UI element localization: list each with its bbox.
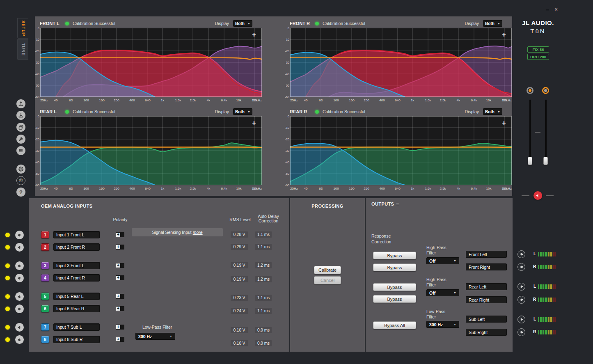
display-select[interactable]: Both▼ (233, 108, 252, 115)
wrench-icon[interactable] (16, 135, 25, 144)
zoom-plus-icon[interactable]: + (252, 31, 256, 38)
polarity-toggle[interactable]: + (116, 337, 124, 342)
calibrate-button[interactable]: Calibrate (314, 266, 341, 274)
graph-title: REAR L (40, 109, 64, 114)
polarity-toggle[interactable]: + (116, 325, 124, 330)
zoom-plus-icon[interactable]: + (502, 119, 506, 126)
bypass-all-button[interactable]: Bypass All (373, 321, 416, 329)
speaker-icon[interactable] (15, 231, 24, 239)
outputs-panel: OUTPUTS ≡ ResponseCorrection Bypass Bypa… (366, 198, 513, 352)
output-name-field[interactable]: Sub Left (466, 316, 507, 323)
calibration-status-dot (65, 22, 69, 25)
polarity-toggle[interactable]: + (116, 294, 124, 299)
polarity-toggle[interactable]: + (116, 245, 124, 250)
calibration-status-dot (315, 22, 319, 25)
polarity-toggle[interactable]: + (116, 263, 124, 268)
output-name-field[interactable]: Front Left (466, 251, 507, 258)
left-slider-handle[interactable] (528, 157, 532, 165)
settings-gear-icon[interactable] (16, 165, 25, 174)
speaker-icon[interactable] (15, 292, 24, 301)
output-name-field[interactable]: Rear Right (466, 296, 507, 303)
speaker-icon[interactable] (15, 323, 24, 332)
output-level-knob[interactable] (542, 87, 549, 94)
zoom-plus-icon[interactable]: + (502, 31, 506, 38)
input-name-field[interactable]: Input 4 Front R (53, 274, 100, 282)
copyright-icon[interactable]: © (16, 176, 25, 185)
divider (522, 195, 529, 196)
bypass-front-right-button[interactable]: Bypass (373, 263, 416, 271)
input-number-badge: 7 (41, 323, 49, 331)
close-button[interactable]: × (554, 6, 558, 13)
output-name-field[interactable]: Rear Left (466, 283, 507, 290)
speaker-icon[interactable] (15, 243, 24, 252)
output-monitor-icon[interactable] (517, 316, 525, 323)
output-monitor-icon[interactable] (517, 263, 525, 271)
polarity-toggle[interactable]: + (116, 306, 124, 311)
input-name-field[interactable]: Input 2 Front R (53, 243, 100, 251)
left-level-slider[interactable] (529, 100, 531, 164)
graph-title: FRONT R (290, 21, 314, 26)
preset-list-icon[interactable] (16, 146, 25, 155)
outputs-menu-icon[interactable]: ≡ (396, 201, 399, 207)
help-icon[interactable]: ? (16, 188, 25, 197)
display-select[interactable]: Both▼ (483, 108, 502, 115)
right-slider-handle[interactable] (543, 157, 548, 165)
export-icon[interactable] (16, 111, 25, 120)
output-meter-rear-l (538, 284, 556, 289)
right-level-slider[interactable] (545, 100, 547, 164)
rms-value: 0.10 V (231, 327, 248, 333)
tab-setup[interactable]: SETUP (17, 18, 28, 39)
high-pass-filter-select[interactable]: Off▼ (426, 257, 459, 264)
output-name-field[interactable]: Sub Right (466, 329, 507, 336)
output-name-field[interactable]: Front Right (466, 263, 507, 270)
input-name-field[interactable]: Input 3 Front L (53, 262, 100, 269)
meter-label: R (533, 264, 536, 269)
speaker-icon[interactable] (15, 335, 24, 344)
graph-plot-front-l[interactable] (40, 28, 262, 97)
minimize-button[interactable]: – (546, 6, 549, 13)
cancel-button[interactable]: Cancel (314, 276, 341, 284)
display-label: Display (465, 109, 479, 114)
speaker-icon[interactable] (15, 261, 24, 270)
bypass-rear-left-button[interactable]: Bypass (373, 283, 416, 291)
output-meter-front-l (538, 252, 556, 256)
input-name-field[interactable]: Input 8 Sub R (53, 336, 100, 343)
input-name-field[interactable]: Input 5 Rear L (53, 293, 100, 300)
output-monitor-icon[interactable] (517, 283, 525, 291)
low-pass-filter-select[interactable]: 300 Hz▼ (426, 321, 459, 328)
master-mute-button[interactable] (533, 191, 542, 200)
polarity-toggle[interactable]: + (116, 275, 124, 280)
input-number-badge: 6 (41, 305, 49, 312)
input-low-pass-select[interactable]: 300 Hz▼ (135, 333, 175, 340)
output-monitor-icon[interactable] (517, 296, 525, 304)
rms-value: 0.24 V (231, 308, 248, 314)
polarity-toggle[interactable]: + (116, 232, 124, 237)
import-icon[interactable] (16, 99, 25, 108)
display-select[interactable]: Both▼ (483, 20, 502, 27)
bypass-front-left-button[interactable]: Bypass (373, 252, 416, 259)
output-monitor-icon[interactable] (517, 328, 525, 336)
low-pass-filter-label: Low-Pass Filter (142, 325, 172, 330)
delay-value: 1.2 ms (255, 262, 272, 268)
tab-tune[interactable]: TUNE (17, 39, 28, 60)
input-name-field[interactable]: Input 7 Sub L (53, 323, 100, 331)
input-name-field[interactable]: Input 6 Rear R (53, 305, 100, 312)
copy-icon[interactable] (16, 123, 25, 132)
graph-plot-front-r[interactable] (290, 28, 512, 97)
speaker-icon[interactable] (15, 304, 24, 313)
output-meter-rear-r (538, 298, 556, 302)
bypass-rear-right-button[interactable]: Bypass (373, 295, 416, 303)
zoom-plus-icon[interactable]: + (252, 119, 256, 126)
chevron-down-icon: ▼ (247, 110, 250, 113)
output-monitor-icon[interactable] (517, 250, 525, 258)
graph-plot-rear-l[interactable] (40, 116, 262, 185)
graph-plot-rear-r[interactable] (290, 116, 512, 185)
input-level-knob[interactable] (527, 87, 533, 94)
high-pass-filter-select[interactable]: Off▼ (426, 289, 459, 296)
input-signal-led (5, 325, 10, 330)
signal-sensing-more-link[interactable]: more (193, 230, 203, 235)
speaker-icon[interactable] (15, 274, 24, 282)
rms-value: 0.19 V (231, 276, 248, 282)
display-select[interactable]: Both▼ (233, 20, 252, 27)
input-name-field[interactable]: Input 1 Front L (53, 231, 100, 238)
